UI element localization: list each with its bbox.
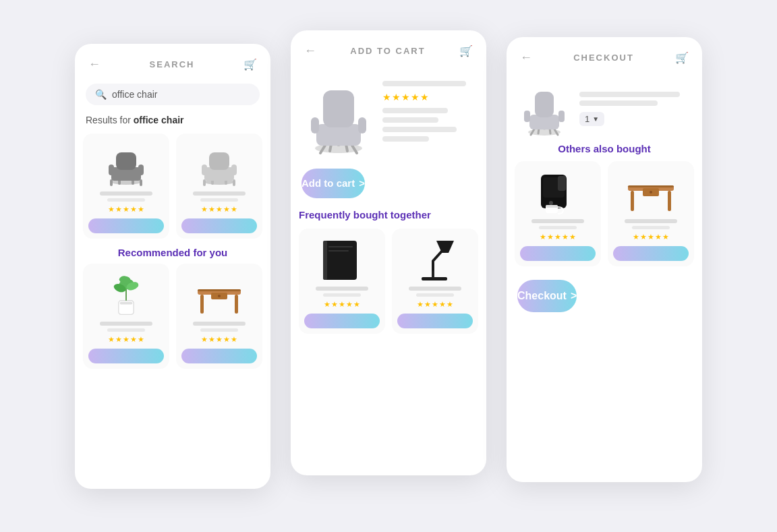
others-title: Others also bought — [515, 143, 694, 154]
svg-rect-1 — [110, 179, 113, 186]
product-detail-bar-1 — [382, 81, 466, 86]
lamp-image — [408, 235, 462, 283]
chair-light-stars: ★★★★★ — [201, 205, 237, 214]
search-cart-icon[interactable]: 🛒 — [243, 58, 257, 71]
cart-back-arrow[interactable]: ← — [304, 44, 316, 58]
quantity-selector[interactable]: 1 ▼ — [579, 112, 604, 126]
quantity-dropdown-icon: ▼ — [592, 115, 599, 123]
plant-add-btn[interactable] — [88, 349, 164, 363]
svg-rect-15 — [209, 152, 229, 170]
svg-rect-62 — [558, 176, 566, 191]
product-card-chair-dark[interactable]: ★★★★★ — [83, 134, 169, 239]
svg-rect-68 — [631, 191, 634, 211]
product-card-coffee[interactable]: ★★★★★ — [515, 161, 601, 266]
svg-rect-11 — [233, 179, 235, 186]
search-input-text: office chair — [112, 89, 157, 100]
notebook-stars: ★★★★★ — [324, 300, 360, 309]
checkout-header-title: CHECKOUT — [573, 53, 634, 63]
svg-rect-40 — [358, 117, 366, 134]
product-card-plant[interactable]: ★★★★★ — [83, 264, 169, 369]
chair-light-name-bar — [193, 191, 246, 196]
frequently-lamp[interactable]: ★★★★★ — [392, 229, 478, 334]
checkout-bar-2 — [579, 100, 658, 106]
checkout-back-arrow[interactable]: ← — [520, 51, 532, 65]
search-magnifier-icon: 🔍 — [95, 89, 107, 100]
chair-dark-name-bar — [100, 191, 152, 196]
svg-rect-16 — [202, 165, 207, 175]
svg-rect-65 — [546, 205, 558, 208]
desk-image — [192, 270, 246, 318]
svg-rect-6 — [116, 152, 136, 170]
wooden-desk-name-bar2 — [632, 226, 670, 229]
product-detail-bar-3 — [382, 117, 438, 123]
product-detail-bar-4 — [382, 127, 457, 132]
svg-rect-10 — [203, 179, 206, 186]
recommended-title: Recommended for you — [75, 239, 270, 264]
wooden-desk-add-btn[interactable] — [613, 246, 689, 261]
coffee-add-btn[interactable] — [520, 246, 596, 261]
checkout-chair-image — [517, 82, 571, 136]
cart-header: ← ADD TO CART 🛒 — [291, 30, 486, 65]
search-back-arrow[interactable]: ← — [88, 57, 100, 71]
svg-rect-39 — [311, 117, 319, 134]
product-card-chair-light[interactable]: ★★★★★ — [176, 134, 262, 239]
wooden-desk-image — [624, 168, 678, 215]
checkout-bar-1 — [579, 92, 680, 97]
svg-rect-38 — [323, 90, 354, 127]
product-card-desk[interactable]: ★★★★★ — [176, 264, 262, 369]
product-card-wooden-desk[interactable]: ★★★★★ — [608, 161, 694, 266]
svg-rect-57 — [535, 92, 554, 117]
lamp-name-bar2 — [416, 293, 454, 297]
svg-rect-2 — [140, 179, 142, 186]
desk-name-bar2 — [200, 328, 238, 332]
chair-light-name-bar2 — [200, 198, 238, 202]
chair-dark-image — [99, 140, 153, 187]
svg-marker-48 — [436, 241, 454, 253]
search-header-title: SEARCH — [150, 59, 195, 69]
svg-rect-26 — [198, 289, 241, 291]
svg-rect-43 — [328, 246, 353, 247]
coffee-stars: ★★★★★ — [540, 233, 576, 241]
plant-name-bar — [100, 322, 152, 326]
svg-rect-7 — [109, 165, 114, 175]
plant-image — [99, 270, 153, 318]
frequently-section: Frequently bought together — [291, 209, 486, 334]
notebook-image — [315, 235, 369, 283]
coffee-name-bar — [531, 219, 584, 223]
product-detail-bar-5 — [382, 136, 429, 142]
frequently-notebook[interactable]: ★★★★★ — [299, 229, 385, 334]
chair-dark-stars: ★★★★★ — [108, 205, 144, 214]
svg-rect-28 — [235, 295, 238, 314]
desk-add-btn[interactable] — [181, 349, 257, 363]
checkout-header: ← CHECKOUT 🛒 — [507, 37, 702, 71]
quantity-value: 1 — [585, 114, 589, 124]
cart-phone: ← ADD TO CART 🛒 — [291, 30, 486, 475]
svg-rect-17 — [231, 165, 237, 175]
svg-rect-19 — [120, 301, 133, 304]
svg-rect-45 — [422, 277, 447, 280]
search-bar[interactable]: 🔍 office chair — [86, 84, 260, 105]
checkout-button[interactable]: Checkout > — [517, 280, 577, 312]
chair-dark-add-btn[interactable] — [88, 218, 164, 233]
svg-rect-58 — [524, 111, 530, 122]
checkout-product-row: 1 ▼ — [507, 71, 702, 143]
chair-light-add-btn[interactable] — [181, 218, 257, 233]
lamp-add-btn[interactable] — [397, 314, 473, 328]
checkout-chevron: > — [571, 290, 577, 302]
lamp-name-bar — [409, 287, 461, 291]
recommended-grid: ★★★★★ — [75, 264, 270, 369]
checkout-cart-icon[interactable]: 🛒 — [675, 51, 689, 64]
wooden-desk-name-bar — [625, 219, 677, 223]
svg-point-71 — [650, 191, 652, 194]
svg-rect-44 — [328, 250, 349, 252]
notebook-add-btn[interactable] — [304, 314, 380, 328]
plant-name-bar2 — [107, 328, 145, 332]
coffee-name-bar2 — [539, 226, 577, 229]
checkout-phone: ← CHECKOUT 🛒 — [507, 37, 702, 482]
checkout-label: Checkout — [517, 290, 567, 302]
cart-cart-icon[interactable]: 🛒 — [459, 45, 473, 57]
cart-product-area: ★★★★★ — [291, 65, 486, 163]
others-also-section: Others also bought — [507, 143, 702, 266]
add-to-cart-button[interactable]: Add to cart > — [301, 169, 365, 198]
lamp-stars: ★★★★★ — [417, 300, 453, 309]
